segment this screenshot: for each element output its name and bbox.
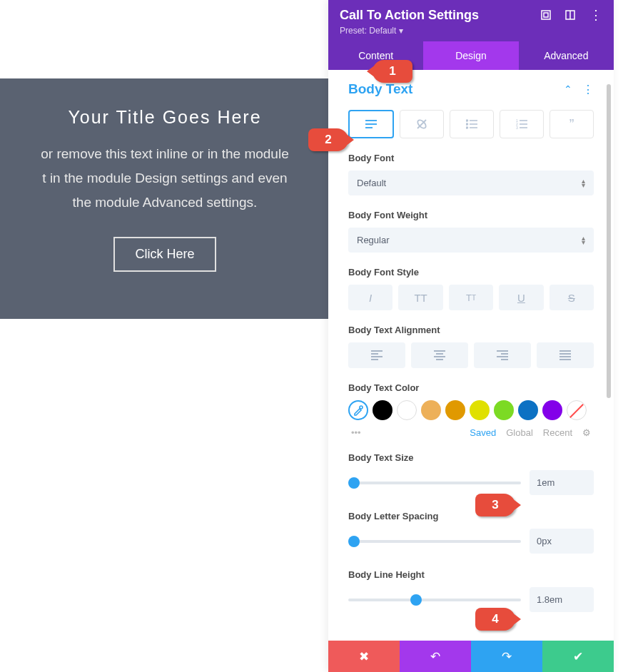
tab-advanced[interactable]: Advanced [519, 41, 614, 70]
callout-marker-1: 1 [373, 60, 412, 83]
palette-tab-recent[interactable]: Recent [543, 427, 572, 438]
preview-title: Your Title Goes Here [68, 107, 261, 128]
text-tab-ol[interactable]: 123 [500, 110, 544, 138]
color-black[interactable] [373, 400, 392, 420]
preview-cta-button[interactable]: Click Here [113, 237, 216, 272]
preview-area: Your Title Goes Here or remove this text… [0, 78, 330, 319]
palette-settings-icon[interactable]: ⚙ [582, 427, 591, 438]
smallcaps-button[interactable]: TT [449, 285, 493, 310]
callout-marker-2: 2 [308, 128, 348, 151]
redo-button[interactable]: ↷ [471, 641, 542, 672]
preview-body: or remove this text inline or in the mod… [41, 142, 288, 215]
align-left-button[interactable] [348, 342, 405, 368]
color-label: Body Text Color [348, 382, 594, 393]
preview-body-line: the module Advanced settings. [73, 195, 258, 210]
strikethrough-button[interactable]: S [550, 285, 594, 310]
font-value: Default [357, 178, 386, 188]
italic-button[interactable]: I [348, 285, 392, 310]
scrollbar[interactable] [607, 84, 611, 398]
panel-body: Body Text ⌃ ⋮ 123 ” Body Font Default [328, 70, 614, 641]
more-icon[interactable]: ⋮ [589, 7, 602, 23]
text-tab-link[interactable] [400, 110, 444, 138]
color-orange[interactable] [421, 400, 441, 420]
panel-footer: ✖ ↶ ↷ ✔ [328, 641, 614, 672]
svg-point-9 [467, 120, 468, 121]
preset-label: Preset: Default [340, 26, 396, 36]
weight-select[interactable]: Regular ▴▾ [348, 228, 594, 253]
callout-marker-4: 4 [475, 608, 515, 631]
color-picker-button[interactable] [348, 400, 368, 420]
expand-icon[interactable] [541, 10, 551, 20]
spacing-slider[interactable] [348, 540, 521, 543]
align-center-button[interactable] [411, 342, 468, 368]
font-label: Body Font [348, 153, 594, 163]
color-dark-orange[interactable] [445, 400, 465, 420]
palette-tab-saved[interactable]: Saved [470, 427, 496, 438]
svg-text:3: 3 [516, 126, 518, 129]
size-label: Body Text Size [348, 452, 594, 463]
preview-body-line: t in the module Design settings and even [42, 170, 287, 185]
spacing-label: Body Letter Spacing [348, 511, 594, 521]
save-button[interactable]: ✔ [542, 641, 614, 672]
text-element-row: 123 ” [348, 110, 594, 138]
color-none[interactable] [567, 400, 587, 420]
text-tab-ul[interactable] [450, 110, 494, 138]
select-arrows-icon: ▴▾ [582, 236, 585, 245]
tab-design[interactable]: Design [423, 41, 518, 70]
color-yellow[interactable] [470, 400, 490, 420]
style-label: Body Font Style [348, 267, 594, 278]
panel-header: Call To Action Settings ⋮ Preset: Defaul… [328, 0, 614, 41]
cancel-button[interactable]: ✖ [328, 641, 400, 672]
color-green[interactable] [494, 400, 514, 420]
align-label: Body Text Alignment [348, 325, 594, 335]
text-tab-paragraph[interactable] [348, 110, 394, 138]
select-arrows-icon: ▴▾ [582, 179, 585, 188]
settings-panel: Call To Action Settings ⋮ Preset: Defaul… [328, 0, 614, 672]
weight-value: Regular [357, 235, 390, 245]
panel-title: Call To Action Settings [340, 8, 479, 23]
font-select[interactable]: Default ▴▾ [348, 170, 594, 195]
svg-point-21 [360, 406, 363, 409]
underline-button[interactable]: U [499, 285, 543, 310]
weight-label: Body Font Weight [348, 210, 594, 220]
layout-icon[interactable] [565, 10, 575, 20]
preset-dropdown[interactable]: Preset: Default ▾ [340, 26, 602, 36]
align-justify-button[interactable] [537, 342, 594, 368]
chevron-down-icon: ▾ [399, 26, 403, 36]
uppercase-button[interactable]: TT [398, 285, 442, 310]
size-input[interactable] [530, 470, 594, 495]
color-blue[interactable] [518, 400, 538, 420]
svg-point-13 [467, 127, 468, 128]
section-title[interactable]: Body Text [348, 81, 412, 97]
svg-rect-0 [542, 11, 550, 19]
preview-body-line: or remove this text inline or in the mod… [41, 146, 288, 161]
size-slider[interactable] [348, 482, 521, 484]
spacing-input[interactable] [530, 529, 594, 554]
more-colors-icon[interactable]: ••• [351, 427, 361, 438]
lineheight-input[interactable] [530, 587, 594, 612]
lineheight-label: Body Line Height [348, 569, 594, 580]
palette-tab-global[interactable]: Global [506, 427, 533, 438]
callout-marker-3: 3 [475, 494, 515, 516]
color-purple[interactable] [542, 400, 562, 420]
lineheight-slider[interactable] [348, 599, 521, 601]
section-more-icon[interactable]: ⋮ [582, 83, 594, 96]
text-tab-quote[interactable]: ” [550, 110, 594, 138]
align-right-button[interactable] [474, 342, 531, 368]
svg-point-11 [467, 123, 468, 125]
svg-rect-1 [544, 13, 548, 17]
collapse-icon[interactable]: ⌃ [564, 83, 572, 95]
undo-button[interactable]: ↶ [400, 641, 471, 672]
color-white[interactable] [397, 400, 417, 420]
